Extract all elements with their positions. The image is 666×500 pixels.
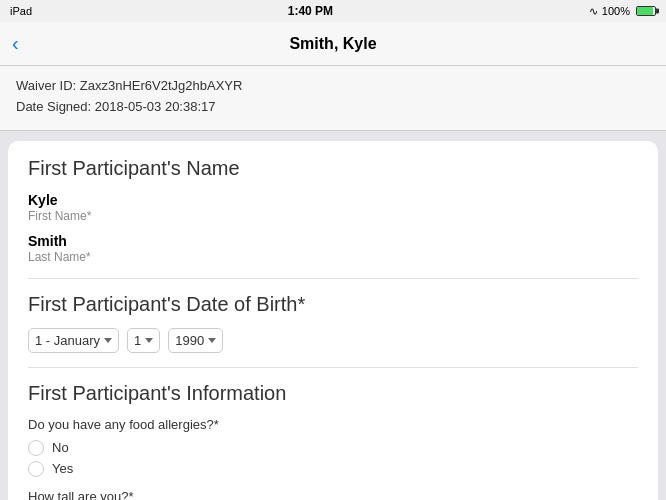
dob-month-dropdown[interactable]: 1 - January — [28, 328, 119, 353]
first-name-label: First Name* — [28, 209, 638, 223]
battery-percent: 100% — [602, 5, 630, 17]
info-section: First Participant's Information Do you h… — [28, 382, 638, 500]
divider-1 — [28, 278, 638, 279]
nav-title: Smith, Kyle — [289, 35, 376, 53]
dob-year-value: 1990 — [175, 333, 204, 348]
last-name-value: Smith — [28, 233, 638, 249]
allergy-yes-label: Yes — [52, 461, 73, 476]
dob-dropdowns: 1 - January 1 1990 — [28, 328, 638, 353]
info-section-title: First Participant's Information — [28, 382, 638, 405]
waiver-date-value: 2018-05-03 20:38:17 — [95, 99, 216, 114]
allergy-no-radio[interactable] — [28, 440, 44, 456]
waiver-date-row: Date Signed: 2018-05-03 20:38:17 — [16, 97, 650, 118]
dob-day-dropdown[interactable]: 1 — [127, 328, 160, 353]
last-name-label: Last Name* — [28, 250, 638, 264]
dob-section-title: First Participant's Date of Birth* — [28, 293, 638, 316]
main-content: First Participant's Name Kyle First Name… — [8, 141, 658, 500]
status-bar: iPad 1:40 PM ∿ 100% — [0, 0, 666, 22]
allergy-yes-option[interactable]: Yes — [28, 461, 638, 477]
waiver-id-value: Zaxz3nHEr6V2tJg2hbAXYR — [80, 78, 243, 93]
waiver-id-label: Waiver ID: — [16, 78, 76, 93]
allergy-field: Do you have any food allergies?* No Yes — [28, 417, 638, 477]
dob-section: First Participant's Date of Birth* 1 - J… — [28, 293, 638, 353]
dob-year-arrow — [208, 338, 216, 343]
dob-day-value: 1 — [134, 333, 141, 348]
name-section: First Participant's Name Kyle First Name… — [28, 157, 638, 264]
status-bar-left: iPad — [10, 5, 32, 17]
name-section-title: First Participant's Name — [28, 157, 638, 180]
waiver-id-row: Waiver ID: Zaxz3nHEr6V2tJg2hbAXYR — [16, 76, 650, 97]
status-bar-right: ∿ 100% — [589, 5, 656, 18]
nav-bar: ‹ Smith, Kyle — [0, 22, 666, 66]
waiver-date-label: Date Signed: — [16, 99, 91, 114]
divider-2 — [28, 367, 638, 368]
height-question: How tall are you?* — [28, 489, 638, 500]
battery-icon — [634, 6, 656, 16]
back-button[interactable]: ‹ — [12, 32, 19, 55]
dob-month-value: 1 - January — [35, 333, 100, 348]
allergy-yes-radio[interactable] — [28, 461, 44, 477]
allergy-question: Do you have any food allergies?* — [28, 417, 638, 432]
bluetooth-icon: ∿ — [589, 5, 598, 18]
allergy-no-label: No — [52, 440, 69, 455]
dob-month-arrow — [104, 338, 112, 343]
allergy-radio-group: No Yes — [28, 440, 638, 477]
dob-year-dropdown[interactable]: 1990 — [168, 328, 223, 353]
allergy-no-option[interactable]: No — [28, 440, 638, 456]
waiver-info: Waiver ID: Zaxz3nHEr6V2tJg2hbAXYR Date S… — [0, 66, 666, 131]
first-name-value: Kyle — [28, 192, 638, 208]
device-label: iPad — [10, 5, 32, 17]
dob-day-arrow — [145, 338, 153, 343]
status-bar-time: 1:40 PM — [288, 4, 333, 18]
height-field: How tall are you?* 6 feet — [28, 489, 638, 500]
